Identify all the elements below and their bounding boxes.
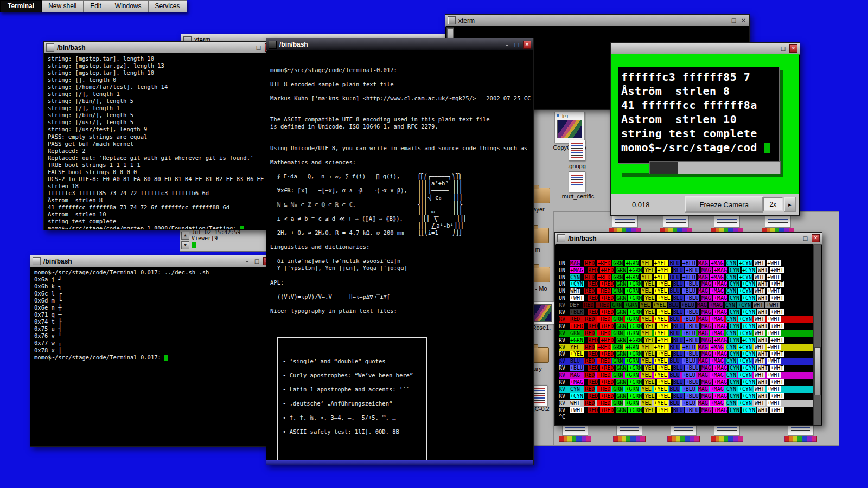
color-token: +GRN bbox=[625, 260, 639, 266]
zoom-step-button[interactable]: ▸ bbox=[784, 197, 796, 212]
image-thumbnail bbox=[533, 304, 552, 322]
minimize-button[interactable]: – bbox=[770, 45, 777, 52]
jpg-type-icon bbox=[557, 114, 559, 117]
terminal-line: 0x78 x │ bbox=[34, 347, 273, 354]
app-menu-title[interactable]: Terminal bbox=[0, 0, 42, 12]
maximize-button[interactable]: □ bbox=[730, 17, 737, 24]
terminal-line bbox=[270, 236, 533, 243]
typography-bullet: • ‚deutsche‘ „Anführungszeichen“ bbox=[283, 400, 422, 407]
minimize-button[interactable]: – bbox=[503, 41, 510, 48]
color-token: GRN bbox=[612, 358, 623, 364]
color-token: +CYN bbox=[738, 386, 752, 392]
color-token: WHT bbox=[754, 316, 765, 322]
color-token: +WHT bbox=[770, 281, 784, 287]
color-token: RED bbox=[584, 400, 595, 406]
file-icon-copyofcaro[interactable]: .jpg bbox=[554, 112, 585, 143]
terminal-line: string: [mgstep.tar.gz], length 13 bbox=[48, 62, 275, 69]
ansi-color-row: RV +YELRED+REDGRN+GRNYEL+YELBLU+BLUMAG+M… bbox=[559, 351, 813, 358]
color-token: +BLU bbox=[682, 344, 696, 350]
icon-label-gnupg[interactable]: .gnupg bbox=[559, 163, 595, 169]
typography-bullet: • Curly apostrophes: “We’ve been here” bbox=[283, 372, 422, 379]
minimize-button[interactable]: – bbox=[792, 235, 799, 242]
terminal-output[interactable]: UN MAGRED+REDGRN+GRNYEL+YELBLU+BLUMAG+MA… bbox=[556, 244, 813, 425]
captured-window-icon bbox=[650, 162, 678, 174]
terminal-output[interactable]: momo$~/src/stage/code/Terminal-0.017: UT… bbox=[267, 50, 533, 460]
terminal-output[interactable]: momo$~/src/stage/code/Terminal-0.017: ..… bbox=[31, 267, 273, 446]
close-button[interactable]: ✕ bbox=[789, 44, 797, 53]
miniaturize-button[interactable] bbox=[557, 234, 565, 242]
color-token: GRN bbox=[616, 295, 627, 301]
color-token: +CYN bbox=[742, 393, 756, 399]
color-token: CYN bbox=[726, 274, 737, 280]
window-title: /bin/bash bbox=[43, 258, 72, 265]
minimize-button[interactable]: – bbox=[244, 258, 251, 265]
maximize-button[interactable]: □ bbox=[802, 235, 809, 242]
color-token: YEL bbox=[644, 351, 655, 357]
ansi-color-row: RV +WHTRED+REDGRN+GRNYEL+YELBLU+BLUMAG+M… bbox=[559, 407, 813, 414]
color-token: +WHT bbox=[767, 400, 781, 406]
color-token: +YEL bbox=[654, 330, 668, 336]
color-token: +MAG bbox=[710, 330, 724, 336]
color-token: CYN bbox=[726, 288, 737, 294]
menu-item-services[interactable]: Services bbox=[149, 0, 187, 12]
color-token: YEL bbox=[644, 393, 655, 399]
window-resize-bar[interactable] bbox=[266, 460, 533, 465]
maximize-button[interactable]: □ bbox=[255, 44, 262, 51]
miniaturize-button[interactable] bbox=[33, 257, 41, 265]
color-token: GRN bbox=[612, 274, 623, 280]
menu-item-windows[interactable]: Windows bbox=[108, 0, 149, 12]
terminal-line: 0x74 t ├ bbox=[34, 318, 273, 325]
titlebar[interactable]: /bin/bash – □ ✕ bbox=[555, 233, 822, 245]
terminal-line: 0x77 w ┬ bbox=[34, 339, 273, 346]
file-icon-mutt[interactable] bbox=[569, 171, 585, 192]
minimize-button[interactable]: – bbox=[720, 17, 727, 24]
maximize-button[interactable]: □ bbox=[513, 41, 520, 48]
ansi-color-row: RV REDRED+REDGRN+GRNYEL+YELBLU+BLUMAG+MA… bbox=[559, 316, 813, 323]
freeze-camera-button[interactable]: Freeze Camera bbox=[685, 196, 763, 213]
color-token: +CYN bbox=[738, 316, 752, 322]
menu-item-new-shell[interactable]: New shell bbox=[42, 0, 84, 12]
terminal-output[interactable]: string: [mgstep.tar], length 10string: [… bbox=[44, 53, 275, 229]
color-token: +WHT bbox=[770, 309, 784, 315]
maximize-button[interactable]: □ bbox=[253, 258, 260, 265]
maximize-button[interactable]: □ bbox=[780, 45, 787, 52]
titlebar[interactable]: – □ ✕ bbox=[611, 43, 800, 55]
color-token: +WHT bbox=[767, 386, 781, 392]
terminal-line: string: [/usr/], length 5 bbox=[48, 119, 275, 126]
color-token: WHT bbox=[757, 379, 768, 385]
titlebar[interactable]: /bin/bash – □ ✕ bbox=[44, 42, 275, 54]
close-button[interactable]: ✕ bbox=[523, 41, 531, 49]
minimize-button[interactable]: – bbox=[245, 44, 252, 51]
titlebar[interactable]: xterm – □ ✕ bbox=[445, 15, 749, 27]
color-token: YEL bbox=[640, 302, 650, 308]
terminal-line: PASS: empty strings are equal bbox=[48, 133, 275, 140]
titlebar[interactable]: /bin/bash – □ ✕ bbox=[266, 38, 533, 51]
color-token: GRN bbox=[616, 351, 627, 357]
terminal-line bbox=[270, 88, 533, 95]
ansi-color-row: RV CYNRED+REDGRN+GRNYEL+YELBLU+BLUMAG+MA… bbox=[559, 386, 813, 393]
terminal-line: ⎪⎢⎜⎷ c₈ ⎟⎥⎪ bbox=[270, 194, 533, 201]
color-token: MAG bbox=[701, 323, 712, 329]
color-token: MAG bbox=[701, 309, 712, 315]
titlebar[interactable]: /bin/bash – □ ✕ bbox=[30, 255, 273, 267]
close-button[interactable]: ✕ bbox=[740, 17, 747, 24]
ansi-color-row: RV YELRED+REDGRN+GRNYEL+YELBLU+BLUMAG+MA… bbox=[559, 344, 813, 351]
color-token: +WHT bbox=[765, 302, 780, 308]
file-icon-gnupg[interactable] bbox=[569, 140, 585, 161]
color-token: +MAG bbox=[710, 316, 724, 322]
miniaturize-button[interactable] bbox=[269, 41, 277, 49]
color-token: +RED bbox=[596, 302, 610, 308]
scrollbar-thumb[interactable] bbox=[814, 347, 821, 395]
icon-label-mutt[interactable]: .mutt_certific bbox=[551, 193, 603, 200]
color-token: YEL bbox=[644, 309, 655, 315]
miniaturize-button[interactable] bbox=[46, 43, 54, 52]
color-token: YEL bbox=[644, 281, 655, 287]
menu-item-edit[interactable]: Edit bbox=[84, 0, 108, 12]
zoom-level-value[interactable]: 2x bbox=[763, 197, 782, 211]
scroll-down-arrow-icon[interactable]: ▼ bbox=[181, 241, 189, 249]
close-button[interactable]: ✕ bbox=[812, 234, 820, 242]
color-token: +GRN bbox=[625, 372, 639, 378]
scroll-up-arrow-icon[interactable]: ▲ bbox=[181, 232, 189, 240]
scrollbar[interactable] bbox=[813, 245, 821, 425]
file-icon-rose[interactable] bbox=[531, 301, 554, 324]
